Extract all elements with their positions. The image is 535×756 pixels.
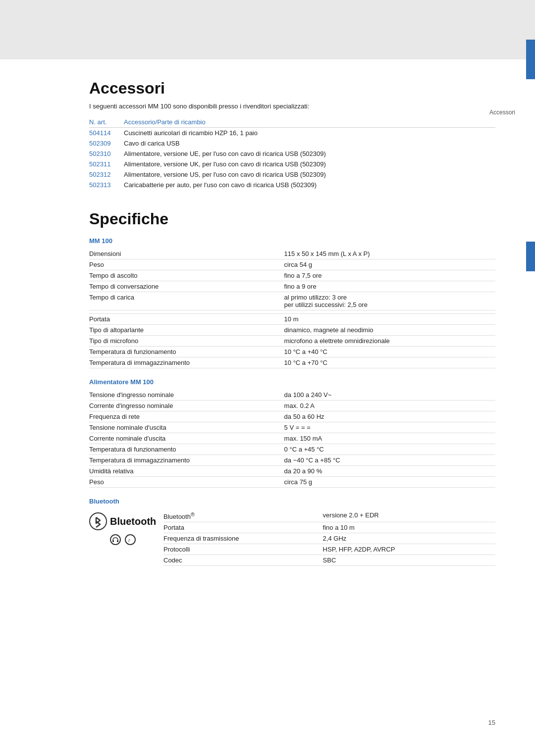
accessori-row: 502312 Alimentatore, versione US, per l'… [89, 169, 495, 180]
art-num: 502312 [89, 169, 124, 180]
spec-row: Peso circa 54 g [89, 259, 495, 270]
spec-value: 10 °C a +70 °C [284, 357, 495, 368]
blue-tab-top [526, 40, 535, 79]
music-icon: ♪ [125, 534, 136, 545]
spec-label: Tipo di altoparlante [89, 325, 284, 336]
spec-row: Tempo di conversazione fino a 9 ore [89, 281, 495, 292]
spec-row: Temperatura di immagazzinamento da −40 °… [89, 455, 495, 466]
svg-text:♪: ♪ [128, 537, 131, 543]
spec-value: circa 54 g [284, 259, 495, 270]
svg-rect-2 [117, 540, 118, 542]
spec-label: Portata [163, 522, 323, 533]
blue-tab-mid [526, 242, 535, 271]
spec-value: fino a 10 m [323, 522, 495, 533]
art-num: 502311 [89, 159, 124, 169]
spec-row: Frequenza di rete da 50 a 60 Hz [89, 411, 495, 422]
spec-label: Temperatura di immagazzinamento [89, 455, 284, 466]
spec-row: Portata 10 m [89, 314, 495, 325]
spec-value: 115 x 50 x 145 mm (L x A x P) [284, 249, 495, 259]
spec-row: Frequenza di trasmissione 2,4 GHz [163, 533, 495, 544]
spec-value: circa 75 g [284, 477, 495, 488]
art-desc: Alimentatore, versione US, per l'uso con… [124, 169, 495, 180]
page-number: 15 [488, 719, 495, 726]
bluetooth-table: Bluetooth® versione 2.0 + EDR Portata fi… [163, 510, 495, 566]
art-num: 502309 [89, 138, 124, 149]
spec-value: max. 0.2 A [284, 401, 495, 411]
spec-label: Tensione d'ingresso nominale [89, 390, 284, 401]
spec-value: HSP, HFP, A2DP, AVRCP [323, 544, 495, 555]
spec-row: Codec SBC [163, 555, 495, 566]
header-label: Accessori [489, 109, 515, 116]
art-desc: Cavo di carica USB [124, 138, 495, 149]
spec-label: Peso [89, 477, 284, 488]
alimentatore-subtitle: Alimentatore MM 100 [89, 378, 495, 386]
spec-value: max. 150 mA [284, 433, 495, 444]
spec-label: Tensione nominale d'uscita [89, 422, 284, 433]
spec-row: Corrente nominale d'uscita max. 150 mA [89, 433, 495, 444]
spec-value: microfono a elettrete omnidirezionale [284, 336, 495, 347]
bluetooth-icons: ♪ [110, 534, 136, 545]
bluetooth-logo: Bluetooth [89, 512, 156, 530]
spec-value: da 100 a 240 V~ [284, 390, 495, 401]
spec-row: Tipo di altoparlante dinamico, magnete a… [89, 325, 495, 336]
headphone-icon [110, 534, 121, 545]
spec-value: da −40 °C a +85 °C [284, 455, 495, 466]
spec-label: Portata [89, 314, 284, 325]
spec-label: Temperatura di funzionamento [89, 347, 284, 357]
spec-label: Umidità relativa [89, 466, 284, 477]
col-art: N. art. [89, 117, 124, 128]
spec-value: 2,4 GHz [323, 533, 495, 544]
spec-label: Peso [89, 259, 284, 270]
spec-row: Tempo di ascolto fino a 7,5 ore [89, 270, 495, 281]
spec-row: Tipo di microfono microfono a elettrete … [89, 336, 495, 347]
spec-label: Tipo di microfono [89, 336, 284, 347]
spec-value: 5 V = = = [284, 422, 495, 433]
spec-row: Temperatura di funzionamento 10 °C a +40… [89, 347, 495, 357]
spec-value: da 20 a 90 % [284, 466, 495, 477]
spec-row: Peso circa 75 g [89, 477, 495, 488]
bluetooth-text: Bluetooth [110, 516, 156, 527]
alimentatore-table: Tensione d'ingresso nominale da 100 a 24… [89, 390, 495, 488]
spec-label: Tempo di conversazione [89, 281, 284, 292]
accessori-row: 502313 Caricabatterie per auto, per l'us… [89, 180, 495, 190]
accessori-intro: I seguenti accessori MM 100 sono disponi… [89, 102, 495, 110]
spec-row [89, 310, 495, 314]
spec-label: Bluetooth® [163, 510, 323, 522]
spec-label: Temperatura di funzionamento [89, 444, 284, 455]
bluetooth-subtitle: Bluetooth [89, 498, 495, 505]
spec-label: Frequenza di rete [89, 411, 284, 422]
spec-row: Temperatura di funzionamento 0 °C a +45 … [89, 444, 495, 455]
mm100-subtitle: MM 100 [89, 237, 495, 245]
spec-value: versione 2.0 + EDR [323, 510, 495, 522]
spec-label: Tempo di carica [89, 292, 284, 310]
spec-value: da 50 a 60 Hz [284, 411, 495, 422]
spec-label: Temperatura di immagazzinamento [89, 357, 284, 368]
spec-label: Codec [163, 555, 323, 566]
accessori-row: 502311 Alimentatore, versione UK, per l'… [89, 159, 495, 169]
specifiche-title: Specifiche [89, 210, 495, 228]
page: Accessori Accessori I seguenti accessori… [0, 0, 535, 756]
spec-row: Protocolli HSP, HFP, A2DP, AVRCP [163, 544, 495, 555]
spec-row: Tensione d'ingresso nominale da 100 a 24… [89, 390, 495, 401]
top-band [0, 0, 535, 59]
spec-row: Bluetooth® versione 2.0 + EDR [163, 510, 495, 522]
spec-label: Corrente d'ingresso nominale [89, 401, 284, 411]
art-desc: Alimentatore, versione UK, per l'uso con… [124, 159, 495, 169]
art-desc: Caricabatterie per auto, per l'uso con c… [124, 180, 495, 190]
spec-label [89, 310, 284, 314]
spec-row: Tensione nominale d'uscita 5 V = = = [89, 422, 495, 433]
spec-value: fino a 7,5 ore [284, 270, 495, 281]
spec-row: Dimensioni 115 x 50 x 145 mm (L x A x P) [89, 249, 495, 259]
spec-label: Dimensioni [89, 249, 284, 259]
spec-value: al primo utilizzo: 3 oreper utilizzi suc… [284, 292, 495, 310]
bluetooth-logo-area: Bluetooth ♪ [89, 510, 163, 545]
spec-value [284, 310, 495, 314]
spec-value: 10 m [284, 314, 495, 325]
accessori-table: N. art. Accessorio/Parte di ricambio 504… [89, 117, 495, 190]
accessori-row: 504114 Cuscinetti auricolari di ricambio… [89, 128, 495, 139]
bluetooth-section: Bluetooth ♪ [89, 510, 495, 576]
art-num: 504114 [89, 128, 124, 139]
main-content: Accessori I seguenti accessori MM 100 so… [0, 59, 535, 605]
spec-row: Tempo di carica al primo utilizzo: 3 ore… [89, 292, 495, 310]
bluetooth-table-area: Bluetooth® versione 2.0 + EDR Portata fi… [163, 510, 495, 576]
